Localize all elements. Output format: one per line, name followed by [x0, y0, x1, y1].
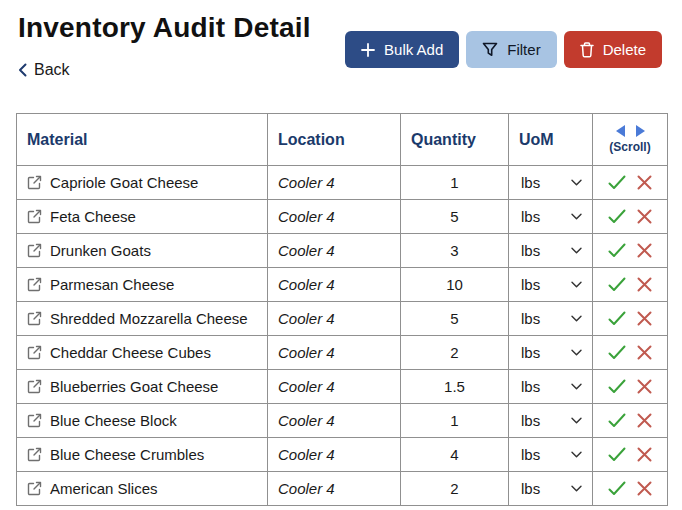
uom-value: lbs: [521, 174, 540, 191]
confirm-check-icon[interactable]: [608, 481, 626, 496]
external-link-icon[interactable]: [27, 447, 42, 462]
table-row: Blueberries Goat Cheese Cooler 4 1.5 lbs: [17, 370, 668, 404]
location-value: Cooler 4: [268, 370, 401, 404]
confirm-check-icon[interactable]: [608, 345, 626, 360]
chevron-left-icon: [18, 63, 27, 77]
external-link-icon[interactable]: [27, 311, 42, 326]
confirm-check-icon[interactable]: [608, 277, 626, 292]
uom-select[interactable]: lbs: [521, 446, 582, 463]
uom-select[interactable]: lbs: [521, 208, 582, 225]
chevron-down-icon: [571, 281, 582, 288]
confirm-check-icon[interactable]: [608, 243, 626, 258]
confirm-check-icon[interactable]: [608, 209, 626, 224]
material-name: Blue Cheese Crumbles: [50, 446, 204, 463]
material-name: Shredded Mozzarella Cheese: [50, 310, 248, 327]
material-name: American Slices: [50, 480, 158, 497]
table-row: Blue Cheese Block Cooler 4 1 lbs: [17, 404, 668, 438]
material-name: Feta Cheese: [50, 208, 136, 225]
quantity-value: 3: [401, 234, 509, 268]
location-value: Cooler 4: [268, 234, 401, 268]
chevron-down-icon: [571, 451, 582, 458]
reject-x-icon[interactable]: [637, 209, 652, 224]
uom-value: lbs: [521, 344, 540, 361]
external-link-icon[interactable]: [27, 243, 42, 258]
uom-value: lbs: [521, 208, 540, 225]
delete-button[interactable]: Delete: [564, 31, 662, 68]
chevron-down-icon: [571, 383, 582, 390]
table-row: Shredded Mozzarella Cheese Cooler 4 5 lb…: [17, 302, 668, 336]
external-link-icon[interactable]: [27, 345, 42, 360]
reject-x-icon[interactable]: [637, 481, 652, 496]
scroll-hint-label: (Scroll): [609, 140, 650, 154]
reject-x-icon[interactable]: [637, 379, 652, 394]
reject-x-icon[interactable]: [637, 311, 652, 326]
confirm-check-icon[interactable]: [608, 447, 626, 462]
confirm-check-icon[interactable]: [608, 311, 626, 326]
table-row: Cheddar Cheese Cubes Cooler 4 2 lbs: [17, 336, 668, 370]
page-title: Inventory Audit Detail: [18, 12, 311, 44]
external-link-icon[interactable]: [27, 481, 42, 496]
external-link-icon[interactable]: [27, 379, 42, 394]
reject-x-icon[interactable]: [637, 447, 652, 462]
external-link-icon[interactable]: [27, 413, 42, 428]
bulk-add-label: Bulk Add: [384, 41, 443, 58]
material-name: Cheddar Cheese Cubes: [50, 344, 211, 361]
reject-x-icon[interactable]: [637, 243, 652, 258]
quantity-value: 1.5: [401, 370, 509, 404]
external-link-icon[interactable]: [27, 209, 42, 224]
chevron-down-icon: [571, 179, 582, 186]
confirm-check-icon[interactable]: [608, 175, 626, 190]
filter-label: Filter: [507, 41, 540, 58]
quantity-value: 5: [401, 200, 509, 234]
confirm-check-icon[interactable]: [608, 413, 626, 428]
external-link-icon[interactable]: [27, 277, 42, 292]
filter-button[interactable]: Filter: [466, 31, 556, 68]
quantity-value: 10: [401, 268, 509, 302]
delete-label: Delete: [603, 41, 646, 58]
quantity-value: 1: [401, 404, 509, 438]
back-label: Back: [34, 61, 70, 79]
location-value: Cooler 4: [268, 404, 401, 438]
reject-x-icon[interactable]: [637, 345, 652, 360]
chevron-down-icon: [571, 213, 582, 220]
scroll-right-icon[interactable]: [635, 125, 645, 137]
location-value: Cooler 4: [268, 472, 401, 506]
table-header: Material Location Quantity UoM (Scroll): [17, 114, 668, 166]
quantity-value: 2: [401, 472, 509, 506]
external-link-icon[interactable]: [27, 175, 42, 190]
quantity-value: 5: [401, 302, 509, 336]
uom-value: lbs: [521, 412, 540, 429]
material-name: Parmesan Cheese: [50, 276, 174, 293]
bulk-add-button[interactable]: Bulk Add: [345, 31, 459, 68]
reject-x-icon[interactable]: [637, 413, 652, 428]
table-row: Parmesan Cheese Cooler 4 10 lbs: [17, 268, 668, 302]
uom-select[interactable]: lbs: [521, 310, 582, 327]
uom-select[interactable]: lbs: [521, 276, 582, 293]
toolbar: Bulk Add Filter Delete: [345, 31, 662, 68]
uom-select[interactable]: lbs: [521, 412, 582, 429]
chevron-down-icon: [571, 349, 582, 356]
filter-funnel-icon: [482, 42, 498, 57]
confirm-check-icon[interactable]: [608, 379, 626, 394]
reject-x-icon[interactable]: [637, 277, 652, 292]
quantity-value: 4: [401, 438, 509, 472]
uom-select[interactable]: lbs: [521, 344, 582, 361]
uom-select[interactable]: lbs: [521, 174, 582, 191]
material-name: Blueberries Goat Cheese: [50, 378, 218, 395]
header-location: Location: [268, 114, 401, 166]
table-row: Blue Cheese Crumbles Cooler 4 4 lbs: [17, 438, 668, 472]
chevron-down-icon: [571, 315, 582, 322]
material-name: Blue Cheese Block: [50, 412, 177, 429]
chevron-down-icon: [571, 485, 582, 492]
uom-select[interactable]: lbs: [521, 242, 582, 259]
uom-value: lbs: [521, 378, 540, 395]
uom-value: lbs: [521, 310, 540, 327]
uom-value: lbs: [521, 276, 540, 293]
material-name: Capriole Goat Cheese: [50, 174, 198, 191]
reject-x-icon[interactable]: [637, 175, 652, 190]
uom-select[interactable]: lbs: [521, 480, 582, 497]
back-link[interactable]: Back: [18, 61, 70, 79]
location-value: Cooler 4: [268, 302, 401, 336]
uom-select[interactable]: lbs: [521, 378, 582, 395]
scroll-left-icon[interactable]: [616, 125, 626, 137]
